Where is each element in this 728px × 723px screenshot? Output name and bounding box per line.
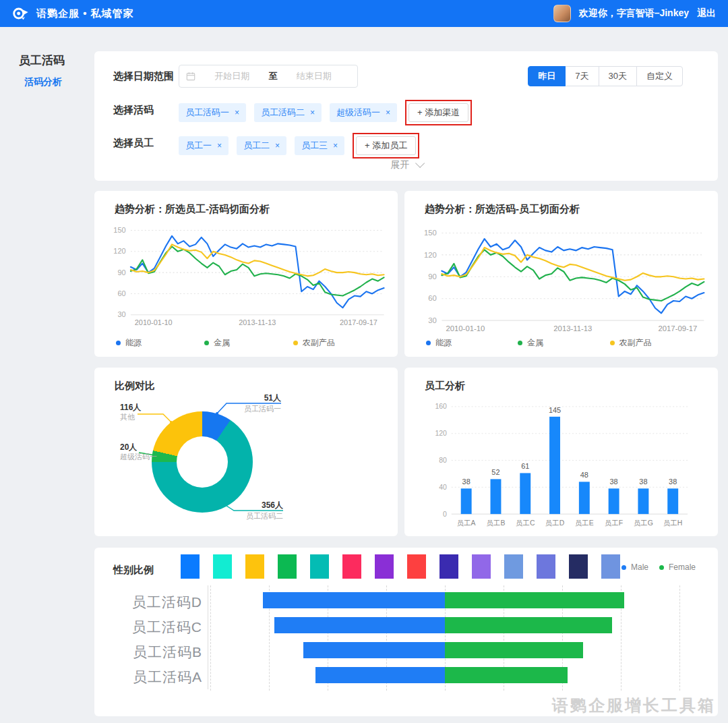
- sidebar-item-code-analysis[interactable]: 活码分析: [24, 76, 62, 88]
- svg-text:90: 90: [117, 268, 125, 277]
- male-segment: [263, 592, 445, 608]
- brand-title: 语鹦企服 • 私域管家: [36, 7, 134, 20]
- gender-gridline: [210, 585, 211, 691]
- svg-text:2010-01-10: 2010-01-10: [135, 318, 173, 326]
- svg-text:2013-11-13: 2013-11-13: [553, 324, 592, 332]
- expand-label: 展开: [391, 159, 410, 170]
- legend-label: 金属: [527, 337, 543, 349]
- gender-axis-line: [208, 585, 208, 689]
- svg-text:116人: 116人: [120, 403, 142, 412]
- watermark: 语鹦企服增长工具箱: [552, 695, 716, 716]
- filter-tag[interactable]: 超级活码一×: [330, 103, 397, 122]
- add-staff-button[interactable]: + 添加员工: [356, 136, 416, 155]
- svg-text:38: 38: [639, 478, 647, 486]
- palette-swatch-13: [601, 554, 620, 579]
- legend-dot-icon: [293, 341, 298, 345]
- tag-label: 超级活码一: [336, 107, 380, 119]
- filter-tag[interactable]: 员工活码二×: [254, 103, 322, 122]
- legend-label: 农副产品: [619, 337, 652, 349]
- staff-bar-chart: 1601208040038员工A52员工B61员工C145员工D48员工E38员…: [417, 395, 705, 535]
- tag-close-icon[interactable]: ×: [310, 108, 315, 117]
- palette-swatch-2: [245, 554, 264, 579]
- legend-label: 能源: [435, 337, 452, 349]
- trend-left-title: 趋势分析：所选员工-活码切面分析: [115, 203, 270, 216]
- svg-text:160: 160: [435, 403, 447, 410]
- svg-text:61: 61: [521, 462, 529, 470]
- male-segment: [303, 642, 445, 658]
- legend-item[interactable]: 农副产品: [293, 337, 382, 349]
- svg-text:80: 80: [439, 457, 447, 464]
- gender-bar: [303, 642, 583, 658]
- legend-item[interactable]: 能源: [426, 337, 518, 349]
- tag-close-icon[interactable]: ×: [217, 141, 222, 150]
- date-range-input[interactable]: 开始日期 至 结束日期: [179, 65, 358, 88]
- expand-toggle[interactable]: 展开: [94, 159, 718, 171]
- trend-left-legend: 能源金属农副产品: [116, 337, 384, 349]
- svg-text:员工A: 员工A: [457, 519, 476, 527]
- filter-tag[interactable]: 员工活码一×: [179, 103, 246, 122]
- ratio-compare-title: 比例对比: [115, 380, 155, 393]
- start-date-placeholder[interactable]: 开始日期: [195, 70, 269, 82]
- filter-tag[interactable]: 员工二×: [237, 136, 286, 155]
- filter-tag[interactable]: 员工三×: [295, 136, 344, 155]
- code-select-label: 选择活码: [113, 104, 154, 117]
- date-range-button-group: 昨日7天30天自定义: [528, 66, 683, 86]
- svg-text:40: 40: [439, 484, 447, 491]
- color-swatch-row: [181, 554, 620, 579]
- svg-text:员工G: 员工G: [634, 519, 653, 527]
- svg-text:员工D: 员工D: [545, 519, 565, 527]
- trend-line-chart-code: 1501209060302010-01-102013-11-132017-09-…: [411, 222, 710, 335]
- legend-item[interactable]: 能源: [116, 337, 204, 349]
- svg-text:150: 150: [113, 226, 125, 234]
- legend-item[interactable]: 金属: [204, 337, 293, 349]
- palette-swatch-5: [342, 554, 361, 579]
- end-date-placeholder[interactable]: 结束日期: [278, 70, 351, 82]
- range-button-2[interactable]: 30天: [599, 66, 637, 86]
- tag-close-icon[interactable]: ×: [386, 108, 390, 117]
- svg-text:2013-11-13: 2013-11-13: [239, 318, 276, 326]
- staff-tag-row: 员工一×员工二×员工三×+ 添加员工: [179, 133, 419, 158]
- legend-label: 能源: [125, 337, 142, 349]
- tag-close-icon[interactable]: ×: [333, 141, 338, 150]
- tag-label: 员工活码一: [185, 107, 229, 119]
- legend-item[interactable]: 农副产品: [610, 337, 702, 349]
- palette-swatch-7: [407, 554, 426, 579]
- female-segment: [445, 667, 568, 683]
- trend-right-title: 趋势分析：所选活码-员工切面分析: [425, 203, 580, 216]
- gender-bar: [315, 667, 568, 683]
- welcome-text: 欢迎你，字言智语–Jinkey: [579, 7, 689, 20]
- gender-row-label: 员工活码D: [108, 593, 202, 612]
- legend-dot-icon: [426, 341, 431, 345]
- svg-text:120: 120: [424, 251, 437, 259]
- svg-text:员工活码一: 员工活码一: [244, 405, 281, 413]
- date-separator: 至: [269, 70, 278, 82]
- legend-item[interactable]: 金属: [518, 337, 609, 349]
- range-button-0[interactable]: 昨日: [528, 66, 566, 86]
- tag-label: 员工一: [185, 140, 212, 152]
- palette-swatch-0: [181, 554, 200, 579]
- range-button-1[interactable]: 7天: [565, 66, 599, 86]
- annotation-red-box: + 添加员工: [353, 133, 419, 158]
- svg-text:60: 60: [428, 294, 437, 302]
- avatar[interactable]: [553, 5, 571, 22]
- gender-row-label: 员工活码B: [108, 643, 202, 662]
- tag-close-icon[interactable]: ×: [275, 141, 280, 150]
- legend-dot-icon: [610, 341, 615, 345]
- svg-text:60: 60: [117, 289, 125, 297]
- svg-text:员工E: 员工E: [575, 519, 594, 527]
- svg-text:员工F: 员工F: [605, 519, 623, 527]
- gender-row-label: 员工活码C: [108, 618, 202, 637]
- tag-label: 员工三: [301, 140, 328, 152]
- legend-dot-icon: [204, 341, 209, 345]
- palette-swatch-11: [537, 554, 555, 579]
- add-channel-button[interactable]: + 添加渠道: [408, 103, 468, 122]
- staff-select-label: 选择员工: [113, 137, 154, 150]
- logout-link[interactable]: 退出: [697, 7, 716, 20]
- gender-bar: [274, 617, 612, 633]
- svg-text:38: 38: [462, 478, 471, 486]
- legend-label: 农副产品: [303, 337, 335, 349]
- filter-tag[interactable]: 员工一×: [179, 136, 229, 155]
- tag-close-icon[interactable]: ×: [235, 108, 239, 117]
- range-button-3[interactable]: 自定义: [636, 66, 683, 86]
- calendar-icon: [186, 71, 195, 81]
